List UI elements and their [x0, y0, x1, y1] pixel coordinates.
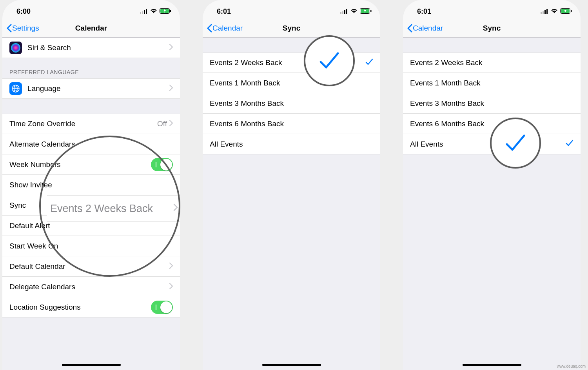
sync-option-6months[interactable]: Events 6 Months Back: [403, 114, 581, 134]
default-calendar-label: Default Calendar: [9, 262, 169, 271]
option-label: Events 3 Months Back: [410, 99, 573, 108]
svg-rect-3: [146, 9, 147, 14]
sync-screen-after: 6:01 Calendar Sync Events 2 Weeks Back E…: [403, 0, 581, 370]
battery-icon: [360, 7, 372, 16]
svg-rect-2: [144, 10, 145, 14]
delegate-label: Delegate Calendars: [9, 283, 169, 291]
option-label: Events 1 Month Back: [210, 79, 373, 87]
svg-rect-0: [140, 12, 141, 14]
wifi-icon: [150, 7, 157, 16]
default-calendar-row[interactable]: Default Calendar: [2, 256, 180, 277]
svg-rect-25: [571, 10, 572, 12]
cellular-icon: [140, 7, 148, 16]
chevron-left-icon: [6, 24, 12, 33]
week-numbers-toggle[interactable]: [151, 158, 173, 171]
sync-option-3months[interactable]: Events 3 Months Back: [203, 93, 380, 114]
svg-rect-12: [340, 12, 341, 14]
status-icons: [340, 7, 372, 16]
status-bar: 6:00: [2, 0, 180, 19]
back-button[interactable]: Calendar: [207, 24, 243, 33]
status-time: 6:01: [417, 7, 431, 16]
show-invitee-label: Show Invitee: [9, 181, 173, 189]
home-indicator[interactable]: [62, 364, 121, 366]
siri-label: Siri & Search: [27, 44, 169, 52]
option-label: Events 2 Weeks Back: [410, 58, 573, 67]
svg-rect-21: [544, 10, 546, 14]
svg-rect-14: [344, 10, 345, 14]
language-row[interactable]: Language: [2, 78, 180, 99]
chevron-left-icon: [407, 24, 412, 33]
sync-option-2weeks[interactable]: Events 2 Weeks Back: [403, 53, 581, 73]
sync-screen-before: 6:01 Calendar Sync Events 2 Weeks Back E…: [203, 0, 380, 370]
checkmark-icon: [566, 140, 573, 149]
default-alert-label: Default Alert: [9, 221, 173, 230]
delegate-calendars-row[interactable]: Delegate Calendars: [2, 277, 180, 297]
chevron-right-icon: [169, 283, 173, 291]
start-week-row[interactable]: Start Week On: [2, 236, 180, 256]
location-suggestions-row[interactable]: Location Suggestions: [2, 297, 180, 317]
status-icons: [140, 7, 171, 16]
status-time: 6:00: [16, 7, 31, 16]
page-title: Calendar: [75, 24, 107, 33]
settings-calendar-screen: 6:00 Settings Calendar Siri & Search PRE…: [2, 0, 180, 370]
status-bar: 6:01: [203, 0, 380, 19]
option-label: All Events: [410, 140, 566, 149]
sync-option-2weeks[interactable]: Events 2 Weeks Back: [203, 53, 380, 73]
home-indicator[interactable]: [463, 364, 521, 366]
sync-option-all[interactable]: All Events: [203, 134, 380, 154]
back-label: Calendar: [212, 24, 243, 33]
default-alert-row[interactable]: Default Alert: [2, 216, 180, 236]
back-button[interactable]: Calendar: [407, 24, 443, 33]
siri-search-row[interactable]: Siri & Search: [2, 38, 180, 58]
sync-row[interactable]: Sync: [2, 195, 180, 216]
chevron-right-icon: [169, 44, 173, 52]
globe-icon: [9, 82, 22, 95]
svg-rect-6: [170, 10, 171, 12]
option-label: Events 1 Month Back: [410, 79, 573, 87]
svg-rect-19: [541, 12, 542, 14]
chevron-right-icon: [169, 84, 173, 93]
back-button[interactable]: Settings: [6, 24, 39, 33]
week-numbers-label: Week Numbers: [9, 160, 173, 169]
chevron-right-icon: [169, 120, 173, 128]
svg-rect-1: [142, 11, 143, 14]
sync-option-1month[interactable]: Events 1 Month Back: [203, 73, 380, 93]
sync-option-1month[interactable]: Events 1 Month Back: [403, 73, 581, 93]
cellular-icon: [541, 7, 548, 16]
watermark: www.deuaq.com: [557, 364, 586, 368]
siri-icon: [9, 42, 22, 54]
sync-option-6months[interactable]: Events 6 Months Back: [203, 114, 380, 134]
cellular-icon: [340, 7, 348, 16]
status-bar: 6:01: [403, 0, 581, 19]
sync-option-all[interactable]: All Events: [403, 134, 581, 154]
show-invitee-row[interactable]: Show Invitee: [2, 175, 180, 195]
wifi-icon: [551, 7, 558, 16]
option-label: Events 6 Months Back: [410, 120, 573, 128]
sync-option-3months[interactable]: Events 3 Months Back: [403, 93, 581, 114]
week-numbers-row[interactable]: Week Numbers: [2, 154, 180, 175]
location-sugg-label: Location Suggestions: [9, 303, 151, 312]
wifi-icon: [350, 7, 358, 16]
status-icons: [541, 7, 572, 16]
alternate-calendars-row[interactable]: Alternate Calendars: [2, 134, 180, 154]
svg-rect-18: [370, 10, 372, 12]
time-zone-override-row[interactable]: Time Zone Override Off: [2, 114, 180, 134]
home-indicator[interactable]: [262, 364, 321, 366]
svg-rect-13: [342, 11, 343, 14]
nav-bar: Settings Calendar: [2, 19, 180, 38]
svg-rect-20: [543, 11, 544, 14]
status-time: 6:01: [217, 7, 231, 16]
option-label: Events 6 Months Back: [210, 120, 373, 128]
battery-icon: [560, 7, 572, 16]
tz-value: Off: [157, 120, 167, 128]
nav-bar: Calendar Sync: [203, 19, 380, 38]
page-title: Sync: [283, 24, 300, 33]
checkmark-icon: [365, 58, 373, 67]
nav-bar: Calendar Sync: [403, 19, 581, 38]
location-sugg-toggle[interactable]: [151, 301, 173, 314]
tz-label: Time Zone Override: [9, 120, 157, 128]
language-label: Language: [27, 84, 169, 93]
back-label: Calendar: [413, 24, 443, 33]
page-title: Sync: [483, 24, 501, 33]
preferred-language-header: PREFERRED LANGUAGE: [2, 58, 180, 78]
